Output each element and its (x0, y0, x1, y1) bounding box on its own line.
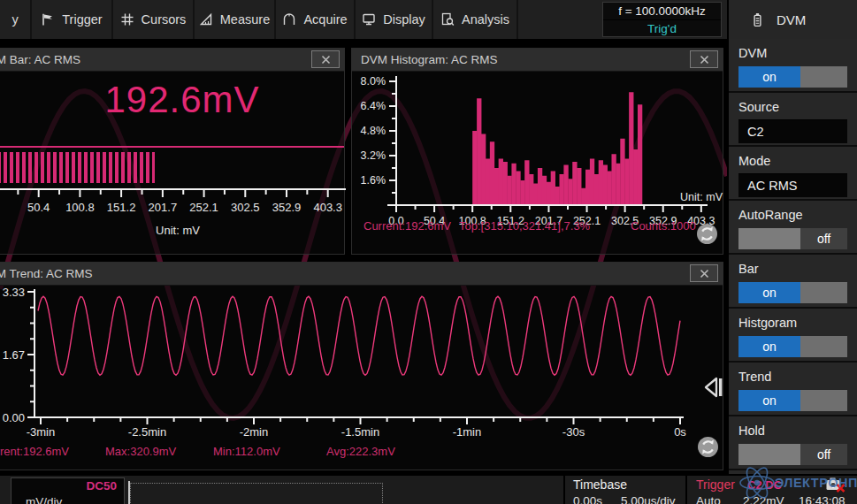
close-button[interactable] (690, 50, 718, 68)
toggle-on-half: on (738, 336, 800, 357)
histogram-stat-current: Current:192.6mV (363, 219, 451, 233)
menu-item-utility-cut[interactable]: y (0, 0, 30, 39)
tick-label: -1min (453, 425, 482, 439)
sidebar-row-trend: Trendon (729, 363, 857, 416)
sidebar-row-label: DVM (738, 46, 847, 60)
tick-label: Unit: mV (156, 224, 200, 237)
menu-item-label: Display (383, 12, 425, 27)
channel-coupling: DC50 (86, 479, 117, 493)
rotate-knob-icon[interactable] (695, 222, 719, 246)
close-icon (700, 269, 709, 279)
trigger-source: C2 DC (747, 478, 782, 492)
top-menu-bar: y Trigger Cursors Measure (0, 0, 857, 39)
flag-icon (41, 12, 55, 27)
toggle-on-half: on (738, 282, 800, 303)
trigger-frequency-readout: f = 100.0000kHz Trig'd (602, 2, 722, 37)
histogram-plot: 8.0%6.4%4.8%3.2%1.6%0.050.4100.8151.2201… (352, 73, 724, 232)
sidebar-row-hold: Holdoff (729, 416, 857, 470)
close-button[interactable] (690, 264, 718, 282)
tick-label: 100.8 (65, 201, 95, 214)
autorange-toggle[interactable]: off (738, 228, 847, 249)
source-select[interactable]: C2 (738, 119, 847, 143)
dvm-icon (750, 12, 765, 27)
dvm-settings-sidebar: DVMonSourceC2ModeAC RMSAutoRangeoffBaron… (727, 39, 857, 474)
sidebar-row-source: SourceC2 (729, 93, 857, 147)
trigger-status: Trig'd (603, 20, 721, 37)
bar-gauge-fill (0, 152, 155, 183)
toggle-off-half (800, 282, 847, 303)
timebase-window-indicator[interactable] (130, 483, 383, 504)
dvm-measured-value: 192.6mV (0, 79, 344, 121)
toggle-off-half (800, 390, 847, 411)
acquire-icon (282, 12, 296, 27)
tick-label: 6.4% (361, 100, 386, 112)
divider (685, 476, 687, 504)
tick-label: -3min (27, 425, 56, 439)
mode-select[interactable]: AC RMS (738, 173, 847, 197)
screenshot-disabled-icon[interactable] (826, 477, 846, 493)
menu-item-trigger[interactable]: Trigger (30, 0, 111, 39)
bar-top-rule (0, 146, 344, 148)
trigger-level: 2.22mV (743, 494, 784, 504)
dvm-bar-panel: DVM Bar: AC RMS 192.6mV 50.4100.8151.220… (0, 48, 345, 255)
tick-label: 403.3 (313, 201, 342, 214)
panel-title: DVM Histogram: AC RMS (352, 49, 723, 72)
tick-label: 352.9 (272, 201, 302, 214)
tick-label: 0s (674, 425, 686, 439)
bar-gauge-axis: 50.4100.8151.2201.7252.1302.5352.9403.3U… (0, 187, 346, 254)
menu-item-label: Trigger (62, 12, 102, 27)
menu-item-label: Analysis (462, 12, 509, 27)
tick-label: 151.2 (107, 201, 136, 214)
panel-title: DVM Trend: AC RMS (0, 263, 723, 286)
tick-label: -30s (562, 425, 585, 439)
menu-item-cursors[interactable]: Cursors (111, 0, 193, 39)
dvm-trend-panel: DVM Trend: AC RMS 3.331.670.00-3min-2.5m… (0, 262, 723, 470)
timebase-offset: 0.00s (573, 494, 602, 504)
tick-label: 8.0% (361, 75, 386, 88)
toggle-off-half: off (800, 228, 847, 249)
tick-label: -1.5min (341, 425, 379, 439)
toggle-on-half: on (738, 66, 800, 88)
sidebar-row-label: Hold (738, 424, 847, 438)
tick-label: -2.5min (128, 425, 166, 439)
frequency-counter: f = 100.0000kHz (603, 3, 721, 20)
trend-plot: 3.331.670.00-3min-2.5min-2min-1.5min-1mi… (0, 286, 724, 463)
divider (563, 476, 565, 504)
oscilloscope-screen: y Trigger Cursors Measure (0, 0, 857, 504)
sidebar-title: DVM (777, 12, 806, 27)
bottom-status-bar: DC50 mV/div Timebase 0.00s 5.00us/div Tr… (0, 474, 857, 504)
skip-back-icon[interactable] (701, 374, 724, 401)
close-icon (700, 55, 709, 65)
channel-scale: mV/div (26, 495, 62, 504)
tick-label: 3.2% (361, 149, 386, 162)
menu-item-display[interactable]: Display (354, 0, 432, 39)
bar-toggle[interactable]: on (738, 282, 847, 303)
menu-item-label: Cursors (142, 12, 187, 27)
cursors-icon (120, 12, 134, 27)
menu-item-analysis[interactable]: Analysis (432, 0, 518, 39)
timebase-label[interactable]: Timebase (573, 477, 627, 492)
trigger-label[interactable]: Trigger (696, 477, 735, 492)
trend-stat-min: Min:112.0mV (213, 445, 280, 458)
sidebar-row-label: Source (738, 100, 847, 114)
dvm-toggle[interactable]: on (738, 66, 847, 88)
sidebar-row-dvm: DVMon (729, 39, 857, 93)
menu-item-measure[interactable]: Measure (193, 0, 274, 39)
hold-toggle[interactable]: off (738, 444, 847, 465)
tick-label: 0.00 (3, 411, 25, 424)
trigger-mode: Auto (696, 494, 721, 504)
menu-item-acquire[interactable]: Acquire (274, 0, 354, 39)
trigger-position-marker (128, 481, 130, 504)
sidebar-row-label: Bar (738, 262, 847, 276)
tick-label: 252.1 (189, 201, 218, 214)
channel-descriptor-box[interactable]: DC50 mV/div (11, 477, 125, 504)
toggle-off-half (800, 66, 847, 88)
histgoram-toggle[interactable]: on (738, 336, 847, 357)
close-button[interactable] (311, 50, 340, 68)
tick-label: 1.6% (361, 174, 386, 187)
toggle-on-half: on (738, 390, 800, 411)
rotate-knob-icon[interactable] (696, 435, 720, 459)
tick-label: 1.67 (3, 348, 25, 362)
toggle-on-half (738, 228, 800, 249)
trend-toggle[interactable]: on (738, 390, 847, 411)
